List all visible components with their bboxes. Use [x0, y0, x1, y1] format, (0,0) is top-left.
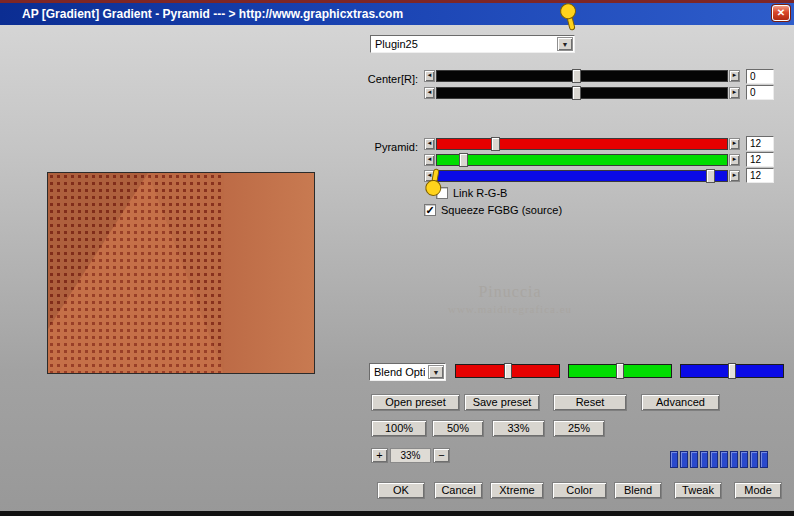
pyramid-green-slider[interactable]: ◄ ► [424, 154, 740, 166]
center-slider-2-track[interactable] [436, 87, 728, 99]
save-preset-button[interactable]: Save preset [464, 394, 540, 411]
close-icon: ✕ [777, 7, 785, 18]
slider-arrow-right-icon[interactable]: ► [729, 70, 740, 82]
tweak-button[interactable]: Tweak [674, 482, 722, 499]
ok-button[interactable]: OK [377, 482, 425, 499]
zoom-level-value: 33% [390, 448, 431, 463]
progress-segment [680, 451, 688, 468]
zoom-100-button[interactable]: 100% [371, 420, 427, 437]
progress-segment [670, 451, 678, 468]
xtreme-button[interactable]: Xtreme [490, 482, 544, 499]
preview-smooth-panel [224, 173, 314, 373]
advanced-button[interactable]: Advanced [641, 394, 720, 411]
center-value-1[interactable]: 0 [746, 69, 774, 84]
pyramid-blue-value[interactable]: 12 [746, 168, 774, 183]
center-slider-1-thumb[interactable] [572, 69, 581, 83]
pyramid-red-track[interactable] [436, 138, 728, 150]
progress-segment [730, 451, 738, 468]
cancel-button[interactable]: Cancel [434, 482, 483, 499]
plugin-dropdown[interactable]: Plugin25 ▼ [370, 35, 575, 53]
pyramid-red-slider[interactable]: ◄ ► [424, 138, 740, 150]
slider-arrow-left-icon[interactable]: ◄ [424, 154, 435, 166]
progress-segment [760, 451, 768, 468]
blend-blue-thumb[interactable] [728, 363, 736, 379]
pyramid-red-thumb[interactable] [491, 137, 500, 151]
pyramid-red-value[interactable]: 12 [746, 136, 774, 151]
pyramid-green-value[interactable]: 12 [746, 152, 774, 167]
window-title: AP [Gradient] Gradient - Pyramid --- > h… [22, 7, 403, 21]
blend-button[interactable]: Blend [614, 482, 662, 499]
progress-bar [670, 451, 768, 468]
link-rgb-checkbox[interactable]: Link R-G-B [436, 187, 507, 199]
pyramid-label: Pyramid: [336, 141, 418, 153]
color-button[interactable]: Color [552, 482, 607, 499]
plugin-dropdown-value: Plugin25 [375, 36, 418, 52]
blend-blue-slider[interactable] [680, 364, 784, 378]
close-button[interactable]: ✕ [772, 5, 790, 21]
center-slider-2[interactable]: ◄ ► [424, 87, 740, 99]
zoom-25-button[interactable]: 25% [553, 420, 605, 437]
blend-green-thumb[interactable] [616, 363, 624, 379]
open-preset-button[interactable]: Open preset [371, 394, 460, 411]
slider-arrow-right-icon[interactable]: ► [729, 138, 740, 150]
pyramid-blue-slider[interactable]: ◄ ► [424, 170, 740, 182]
center-slider-1-track[interactable] [436, 70, 728, 82]
zoom-50-button[interactable]: 50% [432, 420, 484, 437]
slider-arrow-right-icon[interactable]: ► [729, 154, 740, 166]
squeeze-fgbg-checkbox[interactable]: ✓ Squeeze FGBG (source) [424, 204, 562, 216]
titlebar[interactable]: AP [Gradient] Gradient - Pyramid --- > h… [0, 3, 794, 25]
chevron-down-icon[interactable]: ▼ [557, 37, 573, 51]
progress-segment [690, 451, 698, 468]
progress-segment [700, 451, 708, 468]
pyramid-green-track[interactable] [436, 154, 728, 166]
squeeze-fgbg-label: Squeeze FGBG (source) [441, 204, 562, 216]
pyramid-blue-thumb[interactable] [706, 169, 715, 183]
zoom-33-button[interactable]: 33% [492, 420, 545, 437]
window-bottom-border [0, 511, 794, 516]
pyramid-blue-track[interactable] [436, 170, 728, 182]
slider-arrow-left-icon[interactable]: ◄ [424, 138, 435, 150]
blend-options-value: Blend Opti [374, 364, 425, 380]
blend-red-thumb[interactable] [504, 363, 512, 379]
blend-options-dropdown[interactable]: Blend Opti ▼ [369, 363, 446, 381]
center-slider-2-thumb[interactable] [572, 86, 581, 100]
slider-arrow-right-icon[interactable]: ► [729, 87, 740, 99]
center-value-2[interactable]: 0 [746, 85, 774, 100]
mode-button[interactable]: Mode [734, 482, 782, 499]
plugin-dialog-window: AP [Gradient] Gradient - Pyramid --- > h… [0, 0, 794, 516]
blend-red-slider[interactable] [455, 364, 560, 378]
squeeze-fgbg-checkbox-box[interactable]: ✓ [424, 204, 436, 216]
zoom-minus-button[interactable]: − [433, 448, 450, 463]
slider-arrow-left-icon[interactable]: ◄ [424, 87, 435, 99]
watermark-site: www.maidiregrafica.eu [400, 303, 620, 315]
center-label: Center[R]: [336, 73, 418, 85]
watermark-name: Pinuccia [415, 283, 605, 301]
slider-arrow-left-icon[interactable]: ◄ [424, 70, 435, 82]
progress-segment [710, 451, 718, 468]
slider-arrow-right-icon[interactable]: ► [729, 170, 740, 182]
link-rgb-label: Link R-G-B [453, 187, 507, 199]
progress-segment [720, 451, 728, 468]
chevron-down-icon[interactable]: ▼ [428, 365, 444, 379]
zoom-plus-button[interactable]: + [371, 448, 388, 463]
blend-green-slider[interactable] [568, 364, 672, 378]
center-slider-1[interactable]: ◄ ► [424, 70, 740, 82]
progress-segment [740, 451, 748, 468]
preview-canvas [47, 172, 315, 374]
pyramid-green-thumb[interactable] [459, 153, 468, 167]
progress-segment [750, 451, 758, 468]
reset-button[interactable]: Reset [553, 394, 627, 411]
